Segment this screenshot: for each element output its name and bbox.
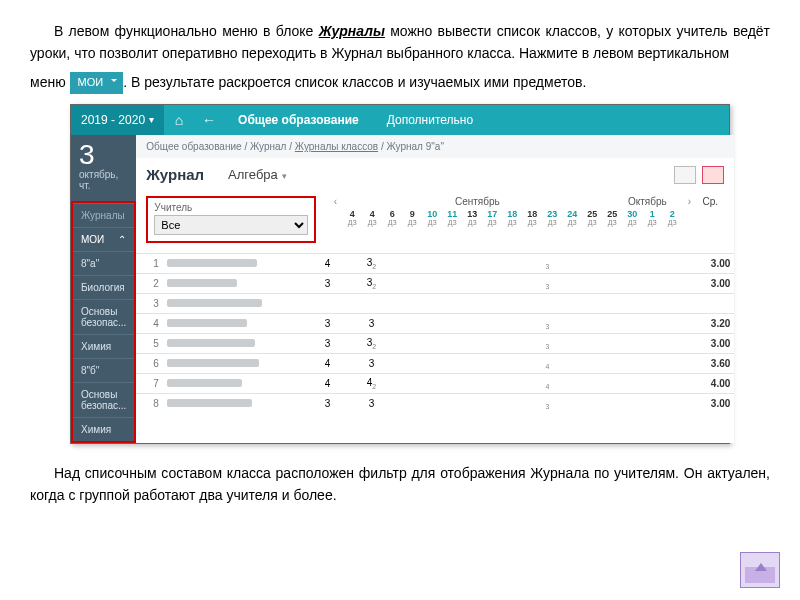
- subject-selector[interactable]: Алгебра: [228, 167, 287, 182]
- day-cell[interactable]: 13ДЗ: [462, 209, 482, 226]
- paragraph-2: Над списочным составом класса расположен…: [30, 462, 770, 507]
- sidebar-item[interactable]: Биология: [73, 275, 134, 299]
- page-title: Журнал: [146, 166, 204, 183]
- day-cell[interactable]: 25ДЗ: [602, 209, 622, 226]
- calendar-header: ‹ Сентябрь Октябрь › Ср. 4ДЗ4ДЗ6ДЗ9ДЗ10Д…: [328, 196, 724, 226]
- table-row: 533233.00: [136, 333, 734, 353]
- paragraph-1: В левом функционально меню в блоке Журна…: [30, 20, 770, 65]
- topbar: 2019 - 2020 ⌂ ← Общее образование Дополн…: [71, 105, 729, 135]
- year-selector[interactable]: 2019 - 2020: [71, 105, 164, 135]
- title-bar: Журнал Алгебра: [136, 158, 734, 192]
- grades-table: 143233.00233233.00343333.20533233.006434…: [136, 253, 734, 414]
- table-row: 143233.00: [136, 253, 734, 273]
- table-row: 43333.20: [136, 313, 734, 333]
- day-cell[interactable]: 30ДЗ: [622, 209, 642, 226]
- month-sept: Сентябрь: [342, 196, 612, 209]
- sidebar-item[interactable]: Химия: [73, 417, 134, 441]
- tab-additional[interactable]: Дополнительно: [373, 105, 487, 135]
- date-weekday: октябрь, чт.: [79, 169, 128, 191]
- day-cell[interactable]: 1ДЗ: [642, 209, 662, 226]
- date-day: 3: [79, 141, 128, 169]
- paragraph-1b: меню МОИ. В результате раскроется список…: [30, 71, 770, 94]
- day-cell[interactable]: 23ДЗ: [542, 209, 562, 226]
- day-cell[interactable]: 17ДЗ: [482, 209, 502, 226]
- journals-bold: Журналы: [319, 23, 385, 39]
- tab-general-education[interactable]: Общее образование: [224, 105, 373, 135]
- sidebar-item[interactable]: Химия: [73, 334, 134, 358]
- table-row: 83333.00: [136, 393, 734, 413]
- sidebar-item[interactable]: 8"а": [73, 251, 134, 275]
- breadcrumb: Общее образование / Журнал / Журналы кла…: [136, 135, 734, 158]
- screenshot: 2019 - 2020 ⌂ ← Общее образование Дополн…: [70, 104, 730, 444]
- moi-tag: МОИ: [70, 72, 124, 94]
- day-cell[interactable]: 18ДЗ: [522, 209, 542, 226]
- table-row: 3: [136, 293, 734, 313]
- date-box: 3 октябрь, чт.: [71, 135, 136, 201]
- home-footer-icon[interactable]: [740, 552, 780, 588]
- day-cell[interactable]: 10ДЗ: [422, 209, 442, 226]
- sidebar-item-moi[interactable]: МОИ: [73, 227, 134, 251]
- toolbar-icon-1[interactable]: [674, 166, 696, 184]
- sidebar-item[interactable]: Основы безопас...: [73, 299, 134, 334]
- home-icon[interactable]: ⌂: [164, 112, 194, 128]
- prev-arrow-icon[interactable]: ‹: [328, 196, 342, 209]
- sidebar-item[interactable]: 8"б": [73, 358, 134, 382]
- table-row: 744244.00: [136, 373, 734, 393]
- sidebar-highlight-frame: Журналы МОИ 8"а"БиологияОсновы безопас..…: [71, 201, 136, 443]
- day-cell[interactable]: 6ДЗ: [382, 209, 402, 226]
- sidebar: 3 октябрь, чт. Журналы МОИ 8"а"БиологияО…: [71, 135, 136, 443]
- breadcrumb-link[interactable]: Журналы классов: [295, 141, 378, 152]
- day-cell[interactable]: 24ДЗ: [562, 209, 582, 226]
- teacher-label: Учитель: [154, 202, 308, 213]
- teacher-select[interactable]: Все: [154, 215, 308, 235]
- back-arrow-icon[interactable]: ←: [194, 112, 224, 128]
- day-cell[interactable]: 4ДЗ: [342, 209, 362, 226]
- sidebar-item[interactable]: Основы безопас...: [73, 382, 134, 417]
- next-arrow-icon[interactable]: ›: [682, 196, 696, 209]
- table-row: 64343.60: [136, 353, 734, 373]
- main-panel: Общее образование / Журнал / Журналы кла…: [136, 135, 734, 443]
- day-cell[interactable]: 11ДЗ: [442, 209, 462, 226]
- day-cell[interactable]: 9ДЗ: [402, 209, 422, 226]
- avg-header: Ср.: [696, 196, 724, 209]
- month-oct: Октябрь: [612, 196, 682, 209]
- day-cell[interactable]: 4ДЗ: [362, 209, 382, 226]
- day-cell[interactable]: 2ДЗ: [662, 209, 682, 226]
- table-row: 233233.00: [136, 273, 734, 293]
- day-cell[interactable]: 25ДЗ: [582, 209, 602, 226]
- teacher-filter-highlight: Учитель Все: [146, 196, 316, 243]
- toolbar-icon-2[interactable]: [702, 166, 724, 184]
- day-cell[interactable]: 18ДЗ: [502, 209, 522, 226]
- sidebar-header-journals: Журналы: [73, 203, 134, 227]
